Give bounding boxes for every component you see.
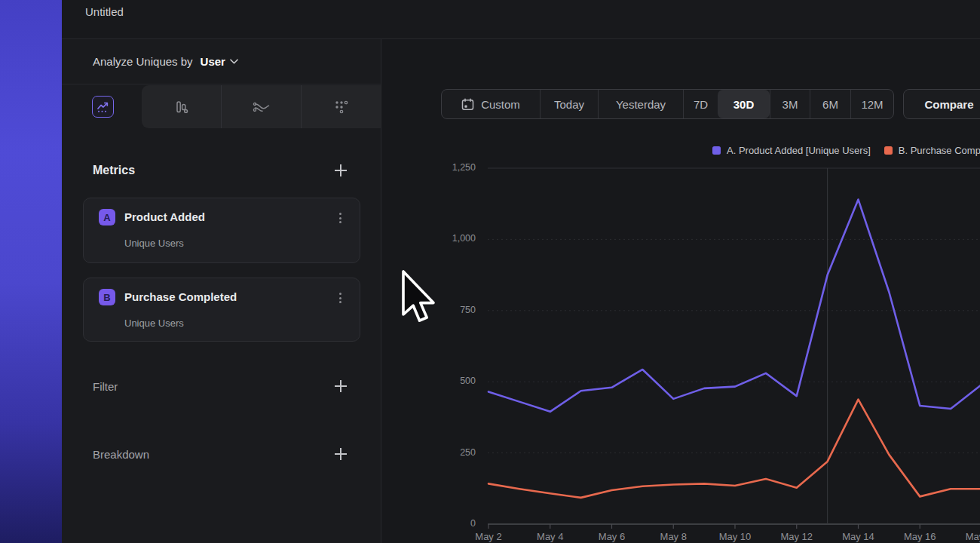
metric-badge-b: B: [99, 289, 115, 305]
x-tick-label: May 18: [957, 531, 980, 542]
metric-card-b[interactable]: B Purchase Completed Unique Users: [83, 278, 360, 342]
line-chart-icon: [96, 100, 110, 114]
legend-label-a: A. Product Added [Unique Users]: [727, 145, 871, 156]
analyze-label: Analyze Uniques by: [93, 55, 193, 68]
compare-button[interactable]: Compare: [903, 89, 980, 119]
report-title[interactable]: Untitled: [85, 5, 124, 18]
x-tick-label: May 12: [773, 531, 821, 542]
tab-flow-chart[interactable]: [221, 85, 301, 128]
tab-metric-grid[interactable]: [301, 85, 381, 128]
analyze-by-dropdown[interactable]: User: [201, 55, 238, 68]
breakdown-header: Breakdown: [93, 448, 149, 461]
chart-panel: Custom Today Yesterday 7D 30D 3M 6M 12M …: [382, 39, 980, 543]
range-6m[interactable]: 6M: [810, 90, 850, 118]
range-3m[interactable]: 3M: [770, 90, 810, 118]
metric-subtitle-b[interactable]: Unique Users: [124, 318, 184, 329]
sidebar: Analyze Uniques by User: [62, 39, 381, 543]
x-tick-label: May 10: [711, 531, 759, 542]
metrics-header-row: Metrics: [62, 160, 381, 181]
y-tick-label: 0: [423, 518, 476, 529]
metric-title-a: Product Added: [124, 210, 205, 223]
tab-bar-chart[interactable]: [142, 85, 221, 128]
analyze-by-value: User: [201, 55, 225, 68]
legend-label-b: B. Purchase Completed [Unique Users]: [899, 145, 980, 156]
x-tick-label: May 2: [464, 531, 513, 542]
range-custom[interactable]: Custom: [442, 90, 540, 118]
legend-swatch-a: [712, 146, 721, 155]
y-tick-label: 1,250: [423, 162, 476, 173]
chart-type-tab-strip: [142, 85, 381, 128]
date-range-bar: Custom Today Yesterday 7D 30D 3M 6M 12M: [441, 89, 894, 119]
x-tick-label: May 16: [896, 531, 944, 542]
calendar-icon: [461, 98, 474, 111]
add-filter-button[interactable]: [334, 379, 348, 393]
legend-item-a[interactable]: A. Product Added [Unique Users]: [712, 145, 871, 156]
add-breakdown-button[interactable]: [334, 447, 348, 461]
range-yesterday[interactable]: Yesterday: [598, 90, 683, 118]
range-today[interactable]: Today: [540, 90, 598, 118]
range-custom-label: Custom: [481, 98, 520, 111]
series-line-b: [488, 400, 980, 498]
filter-row: Filter: [62, 376, 381, 397]
left-gradient-panel: [0, 0, 62, 543]
legend-item-b[interactable]: B. Purchase Completed [Unique Users]: [884, 145, 980, 156]
metric-grid-icon: [333, 99, 350, 115]
x-tick-label: May 6: [588, 531, 636, 542]
metric-menu-b-icon[interactable]: [334, 290, 346, 305]
x-tick-label: May 8: [649, 531, 697, 542]
metric-subtitle-a[interactable]: Unique Users: [124, 238, 184, 249]
y-tick-label: 750: [423, 305, 476, 315]
tab-line-chart[interactable]: [92, 96, 114, 118]
bar-chart-icon: [173, 99, 190, 115]
chevron-down-icon: [230, 59, 238, 64]
metrics-header: Metrics: [93, 164, 135, 177]
y-tick-label: 250: [423, 447, 476, 458]
y-tick-label: 500: [423, 376, 476, 386]
add-metric-button[interactable]: [334, 164, 348, 177]
range-30d[interactable]: 30D: [718, 90, 770, 118]
analyze-row: Analyze Uniques by User: [62, 39, 381, 84]
series-line-a: [488, 200, 980, 412]
breakdown-row: Breakdown: [62, 443, 381, 465]
line-chart[interactable]: [488, 167, 980, 529]
x-tick-label: May 4: [526, 531, 574, 542]
metric-card-a[interactable]: A Product Added Unique Users: [83, 198, 360, 263]
legend-swatch-b: [884, 146, 893, 155]
metric-title-b: Purchase Completed: [124, 290, 237, 303]
metric-badge-a: A: [99, 209, 115, 225]
flow-chart-icon: [253, 100, 271, 114]
metric-menu-a-icon[interactable]: [334, 210, 346, 225]
y-tick-label: 1,000: [423, 233, 476, 244]
range-12m[interactable]: 12M: [850, 90, 893, 118]
app-window: Untitled Analyze Uniques by User: [62, 0, 980, 543]
chart-type-tabs: [62, 85, 381, 128]
range-7d[interactable]: 7D: [683, 90, 718, 118]
filter-header: Filter: [93, 380, 118, 393]
x-tick-label: May 14: [835, 531, 883, 542]
analytics-app-screen: { "window": { "title": "Untitled" }, "co…: [0, 0, 980, 543]
chart-legend: A. Product Added [Unique Users] B. Purch…: [712, 144, 980, 157]
top-bar: Untitled: [62, 0, 980, 39]
